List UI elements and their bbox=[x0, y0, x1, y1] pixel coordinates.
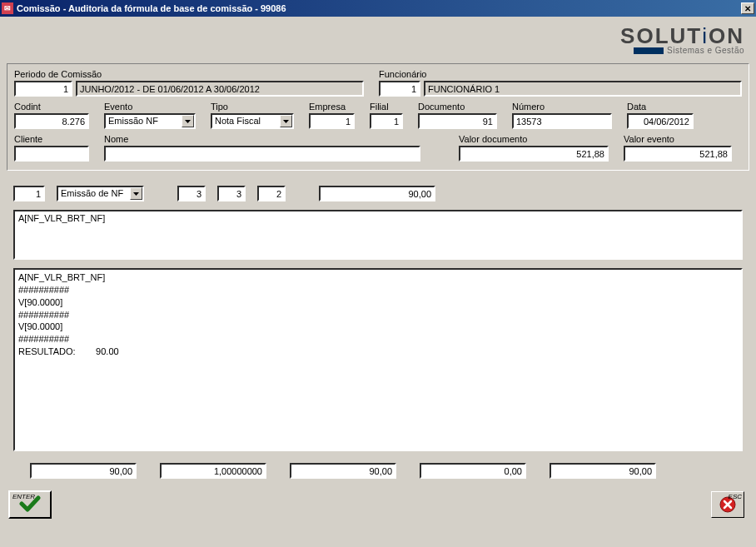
bottom-v3-input[interactable] bbox=[290, 463, 396, 479]
bottom-v1-input[interactable] bbox=[30, 463, 137, 479]
codint-label: Codint bbox=[14, 102, 89, 112]
close-icon: ✕ bbox=[744, 4, 751, 13]
nome-input[interactable] bbox=[104, 146, 420, 162]
chevron-down-icon[interactable] bbox=[130, 187, 142, 200]
documento-label: Documento bbox=[418, 102, 497, 112]
data-input[interactable] bbox=[627, 113, 694, 129]
evento-label: Evento bbox=[104, 102, 196, 112]
funcionario-desc-input[interactable] bbox=[424, 81, 742, 97]
cliente-input[interactable] bbox=[14, 146, 89, 162]
nome-label: Nome bbox=[104, 134, 420, 144]
brand-logo: SOLUTiON Sistemas e Gestão bbox=[620, 25, 744, 55]
svg-marker-2 bbox=[133, 192, 139, 196]
evento-combo[interactable]: Emissão NF bbox=[104, 113, 196, 129]
bottom-v2-input[interactable] bbox=[160, 463, 266, 479]
mid-combo[interactable]: Emissão de NF bbox=[57, 186, 144, 201]
mid-n4-input[interactable] bbox=[257, 186, 286, 201]
tipo-combo[interactable]: Nota Fiscal bbox=[211, 113, 294, 129]
valor-evt-input[interactable] bbox=[624, 146, 732, 162]
header-panel: Periodo de Comissão Funcionário Codint bbox=[7, 63, 749, 171]
valor-evt-label: Valor evento bbox=[624, 134, 732, 144]
chevron-down-icon[interactable] bbox=[182, 115, 194, 127]
esc-caption: ESC bbox=[729, 493, 742, 500]
documento-input[interactable] bbox=[418, 113, 497, 129]
bottom-v5-input[interactable] bbox=[550, 463, 656, 479]
periodo-desc-input[interactable] bbox=[76, 81, 364, 97]
periodo-code-input[interactable] bbox=[14, 81, 72, 97]
cliente-label: Cliente bbox=[14, 134, 89, 144]
mid-n3-input[interactable] bbox=[217, 186, 246, 201]
bottom-v4-input[interactable] bbox=[420, 463, 526, 479]
codint-input[interactable] bbox=[14, 113, 89, 129]
mid-n2-input[interactable] bbox=[177, 186, 206, 201]
filial-input[interactable] bbox=[370, 113, 403, 129]
filial-label: Filial bbox=[370, 102, 403, 112]
chevron-down-icon[interactable] bbox=[280, 115, 292, 127]
mid-n5-input[interactable] bbox=[319, 186, 435, 201]
mid-n1-input[interactable] bbox=[13, 186, 45, 201]
trace-textarea[interactable]: A[NF_VLR_BRT_NF] ########## V[90.0000] #… bbox=[13, 268, 743, 451]
empresa-label: Empresa bbox=[309, 102, 355, 112]
mid-combo-text: Emissão de NF bbox=[58, 187, 130, 200]
logo-row: SOLUTiON Sistemas e Gestão bbox=[3, 20, 753, 63]
window-title: Comissão - Auditoria da fórmula de base … bbox=[17, 3, 741, 13]
svg-marker-0 bbox=[185, 120, 191, 123]
valor-doc-input[interactable] bbox=[459, 146, 609, 162]
close-button[interactable]: ✕ bbox=[741, 2, 754, 14]
svg-marker-1 bbox=[283, 120, 289, 123]
enter-caption: ENTER bbox=[12, 493, 35, 500]
tipo-combo-text: Nota Fiscal bbox=[212, 115, 280, 127]
funcionario-label: Funcionário bbox=[379, 69, 742, 79]
data-label: Data bbox=[627, 102, 694, 112]
enter-button[interactable]: ENTER bbox=[8, 490, 52, 519]
funcionario-code-input[interactable] bbox=[379, 81, 420, 97]
brand-subtitle: Sistemas e Gestão bbox=[667, 46, 744, 55]
valor-doc-label: Valor documento bbox=[459, 134, 609, 144]
app-icon: ✉ bbox=[2, 2, 13, 14]
tipo-label: Tipo bbox=[211, 102, 294, 112]
periodo-label: Periodo de Comissão bbox=[14, 69, 364, 79]
formula-textarea[interactable]: A[NF_VLR_BRT_NF] bbox=[13, 210, 743, 260]
evento-combo-text: Emissão NF bbox=[106, 115, 182, 127]
esc-button[interactable]: ESC bbox=[711, 491, 744, 518]
empresa-input[interactable] bbox=[309, 113, 355, 129]
numero-label: Número bbox=[512, 102, 612, 112]
titlebar: ✉ Comissão - Auditoria da fórmula de bas… bbox=[0, 0, 756, 17]
numero-input[interactable] bbox=[512, 113, 612, 129]
